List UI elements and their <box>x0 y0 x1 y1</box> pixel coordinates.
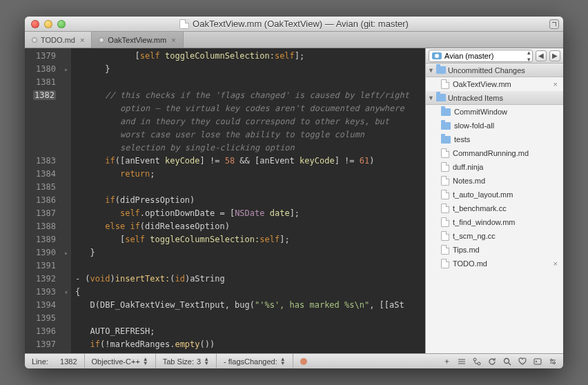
file-icon <box>441 245 449 255</box>
fold-gutter[interactable]: ▸▸▾ <box>61 48 71 353</box>
svg-point-4 <box>551 359 553 361</box>
document-proxy-icon[interactable] <box>179 19 189 29</box>
reload-icon[interactable] <box>487 357 497 366</box>
file-item[interactable]: Tips.md <box>426 243 563 257</box>
add-button[interactable]: ＋ <box>442 357 451 366</box>
folder-icon <box>441 136 451 144</box>
code-area[interactable]: [self toggleColumnSelection:self]; } // … <box>71 48 425 353</box>
tab-close-icon[interactable]: × <box>80 36 84 44</box>
search-icon[interactable] <box>502 357 512 366</box>
tab-bar: TODO.md×OakTextView.mm× <box>25 32 563 48</box>
tab-dirty-icon <box>99 37 104 43</box>
file-item[interactable]: t_auto_layout.mm <box>426 188 563 201</box>
favorite-icon[interactable] <box>518 357 527 366</box>
line-number-gutter[interactable]: 1379138013811382 13831384138513861387138… <box>25 48 61 353</box>
folder-icon <box>441 122 451 130</box>
nav-back-button[interactable]: ◀ <box>536 50 547 61</box>
close-icon[interactable]: × <box>553 259 560 268</box>
file-item[interactable]: t_benchmark.cc <box>426 201 563 215</box>
file-item[interactable]: t_find_window.mm <box>426 215 563 229</box>
svg-point-5 <box>553 362 556 364</box>
app-window: OakTextView.mm (OakTextView) — Avian (gi… <box>25 17 563 368</box>
minimize-window-button[interactable] <box>44 20 52 28</box>
file-item[interactable]: duff.ninja <box>426 160 563 174</box>
settings-icon[interactable] <box>548 357 558 366</box>
folder-icon <box>436 66 446 74</box>
collapse-icon[interactable] <box>457 357 467 366</box>
svg-point-0 <box>473 358 476 361</box>
titlebar[interactable]: OakTextView.mm (OakTextView) — Avian (gi… <box>25 17 563 32</box>
popup-arrows-icon: ▲▼ <box>204 357 209 366</box>
status-bar: Line: 1382 Objective-C++ ▲▼ Tab Size: 3 … <box>25 353 563 368</box>
code-editor[interactable]: 1379138013811382 13831384138513861387138… <box>25 48 425 353</box>
file-item[interactable]: OakTextView.mm× <box>426 77 563 91</box>
file-icon <box>441 162 449 172</box>
window-title: OakTextView.mm (OakTextView) — Avian (gi… <box>193 19 409 29</box>
terminal-icon[interactable] <box>533 357 542 366</box>
close-window-button[interactable] <box>31 20 39 28</box>
section-untracked[interactable]: ▼ Untracked Items <box>426 91 563 105</box>
popup-arrows-icon: ▴▾ <box>527 49 529 63</box>
svg-point-2 <box>504 358 509 363</box>
file-item[interactable]: slow-fold-all <box>426 119 563 132</box>
file-icon <box>441 79 449 89</box>
camera-icon <box>432 52 442 59</box>
record-icon <box>300 358 307 365</box>
file-browser: Avian (master) ▴▾ ◀ ▶ ▼ Uncommitted Chan… <box>425 48 563 353</box>
file-icon <box>441 148 449 158</box>
status-tabsize-popup[interactable]: Tab Size: 3 ▲▼ <box>156 354 217 369</box>
status-record[interactable] <box>293 354 314 369</box>
section-uncommitted[interactable]: ▼ Uncommitted Changes <box>426 63 563 77</box>
disclosure-triangle-icon[interactable]: ▼ <box>428 67 434 74</box>
file-icon <box>441 259 449 268</box>
file-item[interactable]: t_scm_ng.cc <box>426 229 563 243</box>
close-icon[interactable]: × <box>553 80 560 88</box>
fullscreen-button[interactable] <box>549 19 559 29</box>
tab[interactable]: TODO.md× <box>25 32 92 48</box>
file-item[interactable]: Notes.md <box>426 174 563 188</box>
tab-dirty-icon <box>32 37 37 43</box>
scm-icon[interactable] <box>472 357 482 366</box>
tab[interactable]: OakTextView.mm× <box>92 32 183 48</box>
tab-close-icon[interactable]: × <box>171 36 175 44</box>
folder-popup[interactable]: Avian (master) ▴▾ <box>429 50 533 62</box>
disclosure-triangle-icon[interactable]: ▼ <box>428 95 434 101</box>
status-symbol-popup[interactable]: - flagsChanged: ▲▼ <box>217 354 293 369</box>
zoom-window-button[interactable] <box>57 20 66 28</box>
file-icon <box>441 217 449 227</box>
status-language-popup[interactable]: Objective-C++ ▲▼ <box>85 354 156 369</box>
folder-icon <box>436 94 446 101</box>
folder-icon <box>441 108 451 116</box>
file-icon <box>441 176 449 186</box>
file-item[interactable]: CommandRunning.md <box>426 146 563 160</box>
file-item[interactable]: TODO.md× <box>426 257 563 270</box>
svg-point-1 <box>478 362 480 365</box>
nav-forward-button[interactable]: ▶ <box>549 50 560 61</box>
file-icon <box>441 231 449 241</box>
popup-arrows-icon: ▲▼ <box>280 357 286 366</box>
status-line[interactable]: Line: 1382 <box>25 354 85 369</box>
file-icon <box>441 190 449 199</box>
file-icon <box>441 204 449 213</box>
popup-arrows-icon: ▲▼ <box>143 357 148 366</box>
file-item[interactable]: CommitWindow <box>426 105 563 119</box>
file-item[interactable]: tests <box>426 132 563 146</box>
